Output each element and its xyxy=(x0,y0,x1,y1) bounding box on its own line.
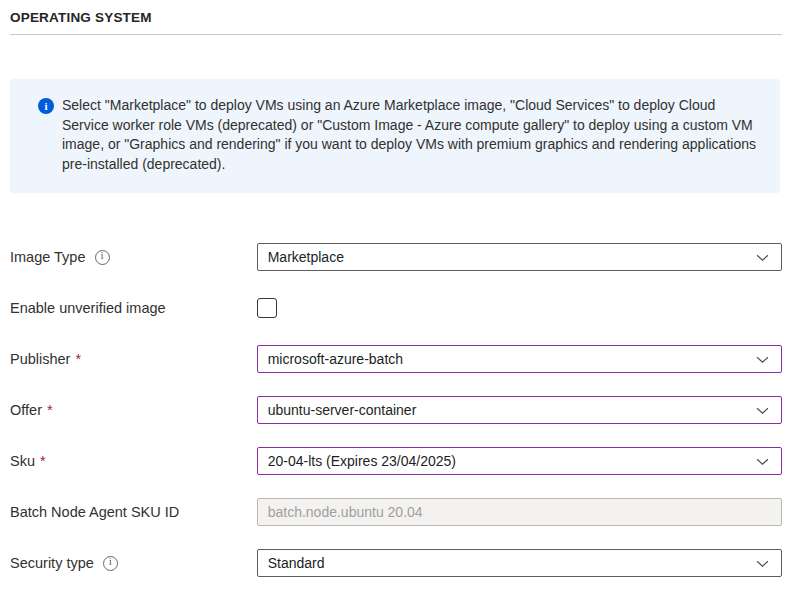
form-row-image-type: Image Type i Marketplace xyxy=(10,243,782,271)
form-row-publisher: Publisher * microsoft-azure-batch xyxy=(10,345,782,373)
chevron-down-icon xyxy=(755,352,770,367)
chevron-down-icon xyxy=(755,454,770,469)
node-agent-sku-label-group: Batch Node Agent SKU ID xyxy=(10,504,257,520)
publisher-label-group: Publisher * xyxy=(10,351,257,367)
offer-dropdown[interactable]: ubuntu-server-container xyxy=(257,396,782,424)
publisher-value: microsoft-azure-batch xyxy=(268,351,403,367)
offer-label: Offer xyxy=(10,402,42,418)
node-agent-sku-value: batch.node.ubuntu 20.04 xyxy=(268,504,423,520)
image-type-label: Image Type xyxy=(10,249,86,265)
info-tooltip-icon[interactable]: i xyxy=(95,250,110,265)
node-agent-sku-label: Batch Node Agent SKU ID xyxy=(10,504,179,520)
sku-label-group: Sku * xyxy=(10,453,257,469)
image-type-value: Marketplace xyxy=(268,249,344,265)
publisher-label: Publisher xyxy=(10,351,70,367)
required-asterisk: * xyxy=(47,402,53,418)
node-agent-sku-input: batch.node.ubuntu 20.04 xyxy=(257,498,782,526)
chevron-down-icon xyxy=(755,250,770,265)
form-row-offer: Offer * ubuntu-server-container xyxy=(10,396,782,424)
form-row-sku: Sku * 20-04-lts (Expires 23/04/2025) xyxy=(10,447,782,475)
enable-unverified-label-group: Enable unverified image xyxy=(10,300,257,316)
offer-value: ubuntu-server-container xyxy=(268,402,417,418)
chevron-down-icon xyxy=(755,556,770,571)
chevron-down-icon xyxy=(755,403,770,418)
sku-value: 20-04-lts (Expires 23/04/2025) xyxy=(268,453,456,469)
required-asterisk: * xyxy=(75,351,81,367)
publisher-dropdown[interactable]: microsoft-azure-batch xyxy=(257,345,782,373)
section-title: OPERATING SYSTEM xyxy=(10,8,782,35)
form-row-security-type: Security type i Standard xyxy=(10,549,782,577)
operating-system-section: OPERATING SYSTEM i Select "Marketplace" … xyxy=(0,0,792,577)
enable-unverified-label: Enable unverified image xyxy=(10,300,166,316)
offer-label-group: Offer * xyxy=(10,402,257,418)
info-banner: i Select "Marketplace" to deploy VMs usi… xyxy=(10,79,780,193)
image-type-label-group: Image Type i xyxy=(10,249,257,265)
form-row-node-agent-sku: Batch Node Agent SKU ID batch.node.ubunt… xyxy=(10,498,782,526)
image-type-dropdown[interactable]: Marketplace xyxy=(257,243,782,271)
info-tooltip-icon[interactable]: i xyxy=(103,556,118,571)
os-form: Image Type i Marketplace Enable unverifi… xyxy=(10,243,782,577)
enable-unverified-checkbox[interactable] xyxy=(257,298,277,318)
security-type-value: Standard xyxy=(268,555,325,571)
security-type-dropdown[interactable]: Standard xyxy=(257,549,782,577)
sku-dropdown[interactable]: 20-04-lts (Expires 23/04/2025) xyxy=(257,447,782,475)
required-asterisk: * xyxy=(40,453,46,469)
security-type-label-group: Security type i xyxy=(10,555,257,571)
info-banner-text: Select "Marketplace" to deploy VMs using… xyxy=(62,96,756,174)
form-row-enable-unverified: Enable unverified image xyxy=(10,294,782,322)
security-type-label: Security type xyxy=(10,555,94,571)
sku-label: Sku xyxy=(10,453,35,469)
info-icon: i xyxy=(38,98,54,114)
